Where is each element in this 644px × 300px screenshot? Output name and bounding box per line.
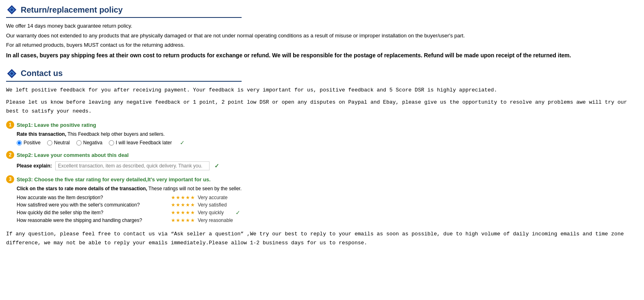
radio-positive-input[interactable]	[17, 140, 22, 146]
contact-section: Contact us We left positive feedback for…	[6, 68, 638, 116]
radio-negative[interactable]: Negativa	[76, 140, 102, 146]
rate-sublabel: This Feedback help other buyers and sell…	[67, 131, 164, 137]
step3-number: 3	[6, 175, 14, 183]
rate-label: Rate this transaction, This Feedback hel…	[17, 131, 638, 137]
star-stars-1[interactable]: ★★★★★	[171, 201, 198, 209]
star-label-0: Very accurate	[198, 194, 236, 201]
star-rating-table: How accurate was the Item description?★★…	[17, 194, 243, 224]
radio-later[interactable]: I will leave Feedback later	[109, 140, 172, 146]
star-question-1: How satisfired were you with the seller'…	[17, 201, 171, 209]
star-label-3: Very reasonable	[198, 217, 236, 224]
star-question-3: How reasonable were the shipping and han…	[17, 217, 171, 224]
step3-container: 3 Step3: Choose the five star rating for…	[6, 175, 638, 224]
star-label-1: Very satisfied	[198, 201, 236, 209]
step2-number: 2	[6, 151, 14, 159]
star-stars-2[interactable]: ★★★★★	[171, 209, 198, 217]
radio-positive-label: Positive	[24, 140, 41, 146]
contact-paragraph1: We left positive feedback for you after …	[6, 86, 638, 95]
contact-divider	[6, 81, 242, 82]
explain-label: Please explain:	[17, 163, 52, 169]
step3-sublabel-strong: Click on the stars to rate more details …	[17, 186, 147, 191]
radio-negative-label: Negativa	[83, 140, 102, 146]
step1-checkmark: ✓	[180, 139, 185, 146]
radio-neutral-label: Neutral	[54, 140, 70, 146]
step3-title: Step3: Choose the five star rating for e…	[17, 176, 211, 183]
star-row-1: How satisfired were you with the seller'…	[17, 201, 243, 209]
step3-header: 3 Step3: Choose the five star rating for…	[6, 175, 638, 183]
step1-body: Rate this transaction, This Feedback hel…	[6, 131, 638, 146]
step1-title: Step1: Leave the positive rating	[17, 122, 96, 128]
star-label-2: Very quickly	[198, 209, 236, 217]
step1-number: 1	[6, 121, 14, 129]
diamond-icon-2	[6, 68, 17, 79]
step2-container: 2 Step2: Leave your comments about this …	[6, 151, 638, 170]
radio-later-label: I will leave Feedback later	[116, 140, 172, 146]
radio-positive[interactable]: Positive	[17, 140, 41, 146]
step2-header: 2 Step2: Leave your comments about this …	[6, 151, 638, 159]
star-row-0: How accurate was the Item description?★★…	[17, 194, 243, 201]
policy-item-3: For all returned products, buyers MUST c…	[6, 41, 638, 49]
footer-text: If any question, please feel free to con…	[6, 230, 638, 248]
star-row-2: How quickly did the seller ship the item…	[17, 209, 243, 217]
return-policy-section: Return/replacement policy We offer 14 da…	[6, 4, 638, 60]
step3-body: Click on the stars to rate more details …	[6, 186, 638, 224]
radio-negative-input[interactable]	[76, 140, 82, 146]
policy-item-1: We offer 14 days money back guarantee re…	[6, 22, 638, 30]
radio-neutral-input[interactable]	[47, 140, 52, 146]
policy-list: We offer 14 days money back guarantee re…	[6, 22, 638, 60]
contact-header: Contact us	[6, 68, 638, 79]
return-policy-header: Return/replacement policy	[6, 4, 638, 15]
star-stars-3[interactable]: ★★★★★	[171, 217, 198, 224]
step1-container: 1 Step1: Leave the positive rating Rate …	[6, 121, 638, 146]
radio-group: Positive Neutral Negativa I will leave F…	[17, 139, 638, 146]
contact-title: Contact us	[21, 69, 63, 78]
step2-title: Step2: Leave your comments about this de…	[17, 152, 129, 158]
step2-body: Please explain: ✓	[6, 161, 638, 170]
star-stars-0[interactable]: ★★★★★	[171, 194, 198, 201]
return-policy-divider	[6, 17, 242, 18]
step1-header: 1 Step1: Leave the positive rating	[6, 121, 638, 129]
explain-input[interactable]	[55, 161, 210, 170]
policy-item-2: Our warranty does not extended to any pr…	[6, 32, 638, 40]
star-checkmark: ✓	[236, 209, 243, 217]
radio-later-input[interactable]	[109, 140, 114, 146]
policy-item-4: In all cases, buyers pay shipping fees a…	[6, 51, 638, 60]
footer-section: If any question, please feel free to con…	[6, 230, 638, 248]
radio-neutral[interactable]: Neutral	[47, 140, 70, 146]
step3-sublabel: Click on the stars to rate more details …	[17, 186, 638, 191]
star-row-3: How reasonable were the shipping and han…	[17, 217, 243, 224]
explain-row: Please explain: ✓	[17, 161, 638, 170]
step3-sublabel2: These ratings will not be seen by the se…	[149, 186, 242, 191]
step2-checkmark: ✓	[214, 163, 219, 169]
star-question-0: How accurate was the Item description?	[17, 194, 171, 201]
return-policy-title: Return/replacement policy	[21, 5, 123, 15]
star-question-2: How quickly did the seller ship the item…	[17, 209, 171, 217]
contact-paragraph2: Please let us know before leaving any ne…	[6, 98, 638, 116]
diamond-icon	[6, 4, 17, 15]
rate-label-strong: Rate this transaction,	[17, 131, 66, 137]
